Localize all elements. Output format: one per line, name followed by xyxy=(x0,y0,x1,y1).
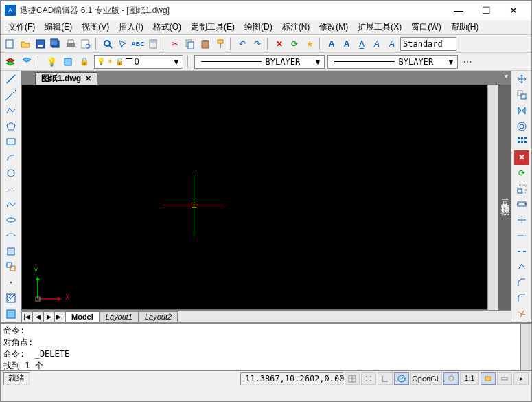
calc-icon[interactable] xyxy=(146,37,160,51)
command-scrollbar[interactable] xyxy=(520,324,531,370)
tab-nav-last[interactable]: ▶| xyxy=(54,311,65,322)
sheet-tab-layout1[interactable]: Layout1 xyxy=(100,311,139,322)
open-icon[interactable] xyxy=(19,37,32,51)
linetype-combo-1[interactable]: BYLAYER ▼ xyxy=(194,55,325,69)
print-preview-icon[interactable] xyxy=(79,37,93,51)
drawing-canvas[interactable]: Y X xyxy=(21,85,487,310)
explode-icon[interactable] xyxy=(514,306,529,321)
mirror-icon[interactable] xyxy=(514,104,529,118)
sheet-tab-model[interactable]: Model xyxy=(65,311,100,322)
tab-nav-next[interactable]: ▶ xyxy=(43,311,54,322)
menu-modify[interactable]: 修改(M) xyxy=(314,20,353,34)
spell-icon[interactable]: ABC xyxy=(131,37,145,51)
gradient-icon[interactable] xyxy=(3,306,19,321)
iso-button[interactable]: ⬡ xyxy=(443,372,459,385)
polygon-icon[interactable] xyxy=(3,119,19,133)
stretch-icon[interactable] xyxy=(514,197,529,212)
polar-button[interactable] xyxy=(394,372,409,385)
tool-palette-panel[interactable]: 工具选项板 xyxy=(498,85,511,310)
tabstrip-arrow-icon[interactable]: ▾ xyxy=(505,72,508,80)
format-paint-icon[interactable] xyxy=(213,37,227,51)
copy-icon[interactable] xyxy=(183,37,197,51)
more-icon[interactable]: ⋯ xyxy=(461,55,474,69)
dyn-button[interactable] xyxy=(497,372,512,385)
refresh-icon[interactable]: ⟳ xyxy=(288,37,301,51)
offset-icon[interactable] xyxy=(514,119,529,133)
line-icon[interactable] xyxy=(3,72,19,87)
menu-help[interactable]: 帮助(H) xyxy=(446,20,484,34)
ellipse-arc-icon[interactable] xyxy=(3,229,19,243)
tools-button[interactable]: ▸ xyxy=(513,372,529,385)
render-mode[interactable]: OpenGL xyxy=(410,372,442,385)
trim-icon[interactable] xyxy=(514,213,529,227)
tab-nav-first[interactable]: |◀ xyxy=(21,311,32,322)
menu-extension[interactable]: 扩展工具(X) xyxy=(353,20,406,34)
scale-icon[interactable] xyxy=(514,181,529,196)
cut-icon[interactable]: ✂ xyxy=(168,37,182,51)
arc-icon[interactable] xyxy=(3,150,19,165)
spline-icon[interactable] xyxy=(3,197,19,212)
scale-button[interactable]: 1:1 xyxy=(460,372,479,385)
snap-button[interactable] xyxy=(345,372,360,385)
textstyle-a5-icon[interactable]: A xyxy=(385,37,399,51)
save-icon[interactable] xyxy=(34,37,47,51)
chamfer-icon[interactable] xyxy=(514,276,529,290)
textstyle-a4-icon[interactable]: A xyxy=(370,37,384,51)
hatch-icon[interactable] xyxy=(3,291,19,306)
file-tab[interactable]: 图纸1.dwg ✕ xyxy=(35,72,97,85)
menu-dimension[interactable]: 标注(N) xyxy=(277,20,315,34)
select-icon[interactable] xyxy=(116,37,130,51)
minimize-button[interactable]: — xyxy=(445,5,472,16)
close-button[interactable]: ✕ xyxy=(500,5,527,16)
break-icon[interactable] xyxy=(514,244,529,258)
insert-block-icon[interactable] xyxy=(3,244,19,258)
redo-icon[interactable]: ↷ xyxy=(251,37,264,51)
layer-tool-icon[interactable] xyxy=(61,55,75,69)
new-icon[interactable] xyxy=(3,37,17,51)
paste-icon[interactable] xyxy=(198,37,212,51)
star-icon[interactable]: ★ xyxy=(303,37,316,51)
ellipse-icon[interactable] xyxy=(3,213,19,227)
lock-icon[interactable]: 🔒 xyxy=(78,55,91,69)
extend-icon[interactable] xyxy=(514,229,529,243)
menu-view[interactable]: 视图(V) xyxy=(77,20,114,34)
layer-states-icon[interactable] xyxy=(20,55,34,69)
make-block-icon[interactable] xyxy=(3,260,19,274)
rotate-icon[interactable]: ⟳ xyxy=(514,166,529,181)
saveall-icon[interactable] xyxy=(49,37,62,51)
menu-insert[interactable]: 插入(I) xyxy=(114,20,148,34)
grid-button[interactable] xyxy=(361,372,376,385)
rectangle-icon[interactable] xyxy=(3,135,19,149)
textstyle-a2-icon[interactable]: A xyxy=(340,37,354,51)
xline-icon[interactable] xyxy=(3,88,19,102)
point-icon[interactable] xyxy=(3,276,19,290)
menu-custom-tools[interactable]: 定制工具(E) xyxy=(186,20,240,34)
tab-close-icon[interactable]: ✕ xyxy=(85,74,91,83)
sheet-tab-layout2[interactable]: Layout2 xyxy=(139,311,178,322)
menu-edit[interactable]: 编辑(E) xyxy=(40,20,77,34)
tab-nav-prev[interactable]: ◀ xyxy=(32,311,43,322)
vertical-scrollbar[interactable] xyxy=(487,85,498,310)
textstyle-a3-icon[interactable]: A̲ xyxy=(355,37,369,51)
revcloud-icon[interactable] xyxy=(3,181,19,196)
delete-icon[interactable]: ✕ xyxy=(273,37,286,51)
print-icon[interactable] xyxy=(64,37,78,51)
menu-format[interactable]: 格式(O) xyxy=(148,20,186,34)
bulb-icon[interactable]: 💡 xyxy=(45,55,58,69)
maximize-button[interactable]: ☐ xyxy=(472,5,500,16)
textstyle-a1-icon[interactable]: A xyxy=(325,37,338,51)
layer-combo[interactable]: 💡 ☀ 🔓 0 ▼ xyxy=(94,55,183,69)
array-icon[interactable] xyxy=(514,135,529,149)
menu-file[interactable]: 文件(F) xyxy=(3,20,40,34)
find-icon[interactable] xyxy=(101,37,115,51)
text-style-combo[interactable]: Standard xyxy=(400,37,456,51)
fillet-icon[interactable] xyxy=(514,291,529,306)
erase-red-icon[interactable]: ✕ xyxy=(514,150,529,165)
menu-window[interactable]: 窗口(W) xyxy=(406,20,446,34)
copy-obj-icon[interactable] xyxy=(514,88,529,102)
join-icon[interactable] xyxy=(514,260,529,274)
ortho-button[interactable] xyxy=(378,372,393,385)
polyline-icon[interactable] xyxy=(3,104,19,118)
linetype-combo-2[interactable]: BYLAYER ▼ xyxy=(327,55,458,69)
layers-icon[interactable] xyxy=(3,55,17,69)
